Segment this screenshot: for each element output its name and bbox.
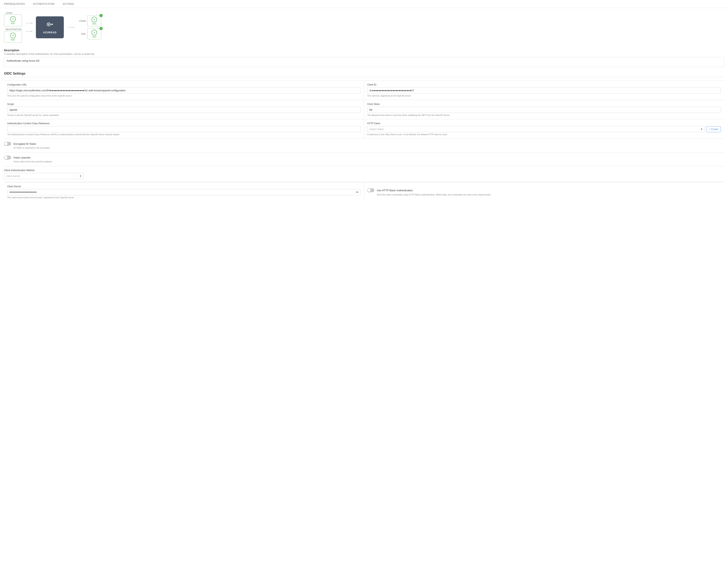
authenticator-output-arrow: [68, 27, 74, 28]
http-client-select[interactable]: Select Value: [367, 126, 705, 132]
sso-action-badge: 1: [99, 27, 103, 30]
oidc-settings-section: OIDC Settings Configuration URL The url …: [4, 72, 724, 201]
fetch-userinfo-hint: Fetch claims from the userinfo endpoint: [4, 160, 724, 163]
login-action-box: 1 + ADD: [87, 16, 101, 26]
clock-skew-cell: Clock Skew The allowed clock-skew in sec…: [364, 100, 724, 119]
config-url-input[interactable]: [7, 87, 361, 93]
login-action-label: LOGIN: [78, 20, 86, 22]
client-id-label: Client ID: [367, 83, 721, 86]
sso-action-add-button[interactable]: + ADD: [91, 30, 97, 38]
fetch-userinfo-section: Fetch Userinfo Fetch claims from the use…: [4, 152, 724, 166]
clock-skew-label: Clock Skew: [367, 103, 721, 106]
authenticator-icon: [46, 21, 54, 29]
login-plus-icon: +: [10, 16, 16, 22]
login-add-label: ADD: [11, 22, 15, 25]
client-secret-input[interactable]: [7, 189, 361, 195]
sso-action-row: SSO 1 + ADD: [78, 28, 101, 39]
client-secret-label: Client Secret: [7, 185, 361, 188]
client-auth-method-select[interactable]: client-secret client-secret-basic client…: [4, 173, 84, 179]
http-client-row: Select Value ▼ + Create: [367, 126, 721, 132]
registration-add-button[interactable]: + ADD: [10, 33, 16, 41]
http-basic-auth-toggle[interactable]: [367, 188, 374, 192]
auth-context-cell: Authentication Context Class Reference T…: [4, 119, 364, 139]
flow-diagram: LOGIN + ADD REGISTRATION + ADD: [4, 12, 724, 43]
nav-authenticator[interactable]: AUTHENTICATOR: [33, 1, 55, 7]
client-secret-input-wrapper: 👁: [7, 189, 361, 195]
scope-cell: Scope Scope to ask the OpenID server for…: [4, 100, 364, 119]
encrypted-id-token-row: Encrypted ID Token: [4, 142, 724, 146]
sso-action-plus-icon: +: [91, 30, 97, 35]
top-navigation: PREREQUISITES AUTHENTICATOR ACTIONS: [0, 0, 728, 8]
svg-point-1: [48, 24, 49, 25]
login-action-add-button[interactable]: + ADD: [91, 17, 97, 25]
login-action-badge: 1: [99, 14, 103, 17]
scope-label: Scope: [7, 103, 361, 106]
login-action-add-label: ADD: [92, 23, 96, 25]
description-section: Description A readable description of th…: [4, 49, 724, 67]
encrypted-id-token-hint: ID Token is expected to be encrypted: [4, 147, 724, 149]
http-client-label: HTTP Client: [367, 122, 721, 125]
login-arrow: [26, 23, 32, 23]
http-basic-auth-row: Use HTTP Basic Authentication: [367, 188, 721, 192]
sso-action-box: 1 + ADD: [87, 28, 101, 39]
encrypted-id-token-toggle[interactable]: [4, 142, 11, 146]
registration-prereq-label: REGISTRATION: [6, 28, 22, 30]
actions-column: LOGIN 1 + ADD SSO 1 + ADD: [78, 16, 101, 39]
authenticator-name-label: AZUREAD: [43, 31, 57, 34]
http-basic-auth-cell: Use HTTP Basic Authentication Send the c…: [364, 182, 724, 201]
fetch-userinfo-label: Fetch Userinfo: [13, 156, 30, 159]
client-secret-hint: The client-secret (client-secret-post), …: [7, 196, 361, 199]
http-client-create-button[interactable]: + Create: [706, 126, 721, 132]
prerequisites-column: LOGIN + ADD REGISTRATION + ADD: [4, 12, 22, 43]
client-secret-cell: Client Secret 👁 The client-secret (clien…: [4, 182, 364, 201]
config-url-hint: The url to the openid-configuration docu…: [7, 94, 361, 97]
sso-action-label: SSO: [78, 33, 86, 35]
client-id-hint: The client-id, registered at the OpenID …: [367, 94, 721, 97]
sso-action-add-label: ADD: [92, 36, 96, 38]
nav-actions[interactable]: ACTIONS: [63, 1, 74, 7]
http-basic-auth-label: Use HTTP Basic Authentication: [377, 189, 413, 192]
registration-prereq-box: + ADD: [4, 31, 22, 43]
clock-skew-hint: The allowed clock-skew in seconds when v…: [367, 114, 721, 116]
client-id-input[interactable]: [367, 87, 721, 93]
login-add-button[interactable]: + ADD: [10, 16, 16, 25]
auth-context-label: Authentication Context Class Reference: [7, 122, 361, 125]
http-basic-auth-hint: Send the client credentials using HTTP B…: [367, 194, 721, 196]
encrypted-id-token-label: Encrypted ID Token: [13, 142, 36, 145]
scope-input[interactable]: [7, 107, 361, 113]
config-url-cell: Configuration URL The url to the openid-…: [4, 81, 364, 100]
http-client-cell: HTTP Client Select Value ▼ + Create A re…: [364, 119, 724, 139]
registration-plus-icon: +: [10, 33, 16, 38]
config-url-label: Configuration URL: [7, 83, 361, 86]
scope-hint: Scope to ask the OpenID server for, spac…: [7, 114, 361, 116]
http-client-select-wrapper: Select Value ▼: [367, 126, 705, 132]
http-client-hint: A reference to the Http Client to use. I…: [367, 133, 721, 136]
login-action-row: LOGIN 1 + ADD: [78, 16, 101, 26]
encrypted-id-token-section: Encrypted ID Token ID Token is expected …: [4, 139, 724, 152]
description-hint: A readable description of the Authentica…: [4, 53, 724, 55]
auth-context-hint: The Authentication Context Class Referen…: [7, 133, 361, 136]
login-prereq-label: LOGIN: [6, 12, 12, 14]
nav-prerequisites[interactable]: PREREQUISITES: [4, 1, 25, 7]
registration-arrow: [26, 31, 32, 32]
fetch-userinfo-row: Fetch Userinfo: [4, 155, 724, 160]
client-auth-method-section: Client Authentication Method client-secr…: [4, 166, 724, 182]
client-auth-method-select-wrapper: client-secret client-secret-basic client…: [4, 173, 84, 179]
oidc-title: OIDC Settings: [4, 72, 724, 77]
login-prereq-box: + ADD: [4, 15, 22, 26]
authenticator-box: AZUREAD: [36, 16, 64, 38]
auth-context-input[interactable]: [7, 126, 361, 132]
client-auth-method-label: Client Authentication Method: [4, 169, 724, 172]
client-secret-grid: Client Secret 👁 The client-secret (clien…: [4, 182, 724, 201]
client-id-cell: Client ID The client-id, registered at t…: [364, 81, 724, 100]
fetch-userinfo-toggle[interactable]: [4, 155, 11, 160]
oidc-form-grid: Configuration URL The url to the openid-…: [4, 80, 724, 139]
description-value[interactable]: Authenticate using Azure AD: [4, 57, 724, 67]
login-action-plus-icon: +: [91, 17, 97, 22]
description-title: Description: [4, 49, 724, 52]
registration-add-label: ADD: [11, 39, 15, 41]
show-secret-icon[interactable]: 👁: [356, 191, 359, 194]
clock-skew-input[interactable]: [367, 107, 721, 113]
main-content: LOGIN + ADD REGISTRATION + ADD: [0, 8, 728, 205]
